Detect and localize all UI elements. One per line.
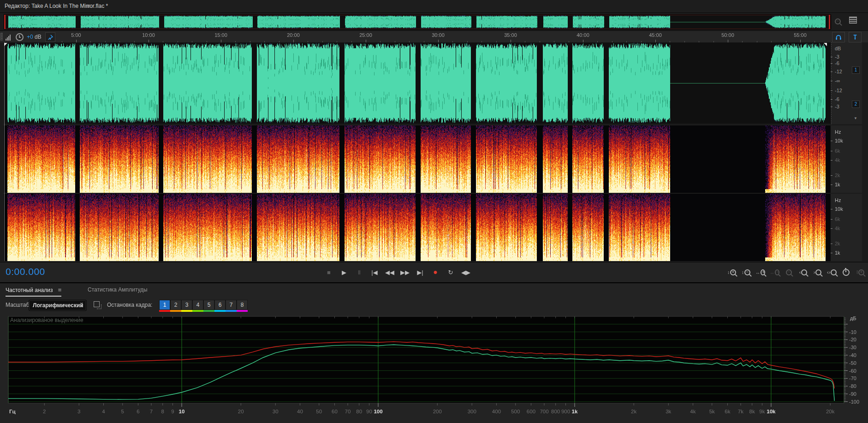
zoom-reset-button[interactable]: − [784, 268, 794, 277]
db-scale-tick [831, 63, 832, 64]
freq-tick-label: 60 [332, 409, 338, 414]
selection-handle-right[interactable] [829, 15, 830, 29]
time-display[interactable]: 0:00.000 [6, 266, 45, 277]
selection-handle-left[interactable] [4, 15, 6, 29]
selection-top-line [4, 15, 831, 15]
frame-hold-button-8[interactable]: 8 [237, 300, 248, 310]
spectrogram-canvas-channel-1[interactable] [4, 125, 830, 193]
tab-label: Статистика Амплитуды [88, 286, 148, 293]
tab-amplitude-statistics[interactable]: Статистика Амплитуды [88, 286, 148, 293]
playhead-line[interactable] [4, 42, 5, 261]
db-tick-label: -30 [849, 345, 856, 350]
panel-menu-icon[interactable]: ≡ [87, 3, 90, 10]
zoom-out-vertical-button[interactable]: ↕− [741, 268, 751, 277]
freq-tick-label: 500 [511, 409, 520, 414]
hz-scale-tick [831, 151, 832, 151]
frame-hold-button-3[interactable]: 3 [181, 300, 192, 310]
zoom-in-vertical-button[interactable]: ↕+ [727, 268, 737, 277]
freq-tick-label: 10 [179, 409, 185, 414]
db-tick-label: -100 [849, 399, 859, 405]
zoom-out-horizontal-button[interactable]: ↔− [770, 268, 779, 277]
spectral-monitor-button[interactable] [832, 32, 845, 42]
freq-tick-label: 5k [709, 409, 715, 414]
hz-scale-label: 4k [835, 157, 840, 163]
zoom-full-button[interactable]: I+ [856, 268, 865, 277]
freq-tick-label: 4k [690, 409, 696, 414]
stop-button[interactable]: ■ [323, 267, 335, 278]
rewind-button[interactable]: ◀◀ [384, 267, 396, 278]
freq-tick-label: 2k [631, 409, 636, 414]
freq-tick-label: 600 [527, 409, 535, 414]
frame-hold-button-6[interactable]: 6 [214, 300, 226, 310]
hz-scale-tick [831, 185, 832, 185]
audition-editor-window: Редактор: Take A Look In The Mirror.flac… [0, 0, 868, 423]
freq-tick-label: 30 [273, 409, 279, 414]
tab-frequency-analysis[interactable]: Частотный анализ ≡ [6, 286, 61, 293]
main-waveform-canvas[interactable] [4, 42, 830, 124]
channel-button-2[interactable]: 2 [852, 101, 860, 108]
frame-hold-color-swatch [214, 310, 226, 312]
chevron-down-icon: ▾ [81, 303, 83, 308]
copy-frame-icon[interactable] [94, 301, 100, 307]
active-tab-underline [6, 296, 61, 297]
headphones-icon [835, 35, 842, 40]
spectral-hz-scale-1[interactable]: Hz10k6k4k2k1k [830, 125, 862, 193]
ruler-label: 35:00 [504, 32, 517, 38]
zoom-in-horizontal-button[interactable]: ↔+ [755, 268, 765, 277]
frame-hold-button-5[interactable]: 5 [203, 300, 214, 310]
skip-selection-button[interactable]: ◀▶ [460, 267, 472, 278]
frame-hold-button-4[interactable]: 4 [192, 300, 203, 310]
timer-button[interactable] [841, 268, 851, 277]
record-button[interactable]: ● [429, 267, 441, 278]
fast-forward-button[interactable]: ▶▶ [399, 267, 411, 278]
zoom-to-selection-button[interactable]: ‹› [827, 268, 837, 277]
zoom-to-out-point-button[interactable]: › [813, 268, 822, 277]
marker-pin-button[interactable] [849, 32, 862, 42]
overview-waveform-canvas[interactable] [5, 15, 830, 29]
scroll-down-arrow-icon[interactable]: ▼ [854, 116, 857, 120]
db-tick-label: -80 [849, 383, 856, 389]
db-scale-label: dB [835, 46, 841, 51]
spectral-hz-scale-2[interactable]: Hz10k6k4k2k1k [830, 194, 862, 261]
freq-tick-label: 9 [171, 409, 174, 414]
waveform-db-scale[interactable]: ▼ dB-3-6-12-∞-12-6-312 [830, 42, 862, 124]
play-button[interactable]: ▶ [338, 267, 350, 278]
db-axis-unit: дБ [850, 316, 856, 321]
frequency-graph: 2345678910203040506070809010020030040050… [4, 314, 864, 421]
loop-playback-button[interactable]: ↻ [445, 267, 457, 278]
selection-corner-left-icon [4, 43, 7, 46]
overview-strip[interactable] [4, 14, 831, 30]
hz-scale-tick [831, 253, 832, 253]
scale-dropdown[interactable]: Логарифмический ▾ [29, 300, 87, 311]
hz-scale-tick [831, 228, 832, 229]
hz-scale-tick [831, 175, 832, 176]
db-scale-tick [831, 90, 832, 91]
hz-scale-label: Hz [835, 197, 841, 203]
time-ruler[interactable]: 5:0010:0015:0020:0025:0030:0035:0040:004… [0, 31, 830, 43]
channel-button-1[interactable]: 1 [852, 66, 860, 74]
freq-tick-label: 800 [551, 409, 560, 414]
skip-to-start-button[interactable]: |◀ [369, 267, 380, 278]
ruler-label: 55:00 [794, 32, 807, 38]
overview-zoom-reset-icon[interactable]: − [833, 17, 843, 26]
db-scale-label: -6 [835, 60, 839, 66]
freq-tick-label: 10k [767, 409, 776, 414]
freq-tick-label: 3k [666, 409, 671, 414]
frame-hold-button-2[interactable]: 2 [170, 300, 181, 310]
db-tick-label: -70 [849, 375, 856, 381]
freq-tick-label: 200 [433, 409, 442, 414]
scale-dropdown-value: Логарифмический [33, 302, 83, 309]
db-scale-label: -3 [835, 54, 839, 60]
spectrogram-canvas-channel-2[interactable] [4, 194, 830, 261]
zoom-to-in-point-button[interactable]: ‹ [798, 268, 808, 277]
skip-to-end-button[interactable]: ▶| [414, 267, 426, 278]
frequency-graph-svg: 2345678910203040506070809010020030040050… [4, 314, 864, 421]
frame-hold-button-7[interactable]: 7 [226, 300, 237, 310]
frame-hold-button-1[interactable]: 1 [159, 300, 170, 310]
layout-list-icon[interactable] [849, 17, 857, 24]
db-scale-label: -12 [835, 88, 842, 93]
tab-menu-icon[interactable]: ≡ [58, 286, 62, 293]
db-scale-tick [831, 71, 832, 72]
pause-button[interactable]: Ⅱ [353, 267, 365, 278]
freq-tick-label: 8 [161, 409, 164, 414]
